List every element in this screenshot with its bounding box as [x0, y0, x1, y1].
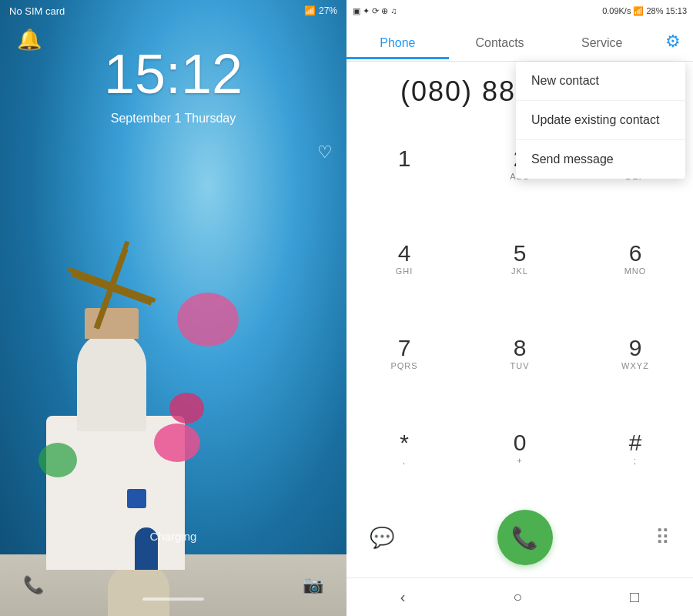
- flower-bush-3: [38, 443, 77, 477]
- android-nav-bar: ‹ ○ □: [346, 578, 693, 616]
- key-6[interactable]: 6 MNO: [578, 212, 693, 306]
- nav-home-button[interactable]: ○: [513, 588, 522, 606]
- wifi-icon: 📶: [304, 5, 316, 16]
- building-tower: [77, 331, 146, 431]
- new-contact-option[interactable]: New contact: [516, 62, 685, 101]
- nav-back-button[interactable]: ‹: [400, 588, 406, 606]
- update-contact-option[interactable]: Update existing contact: [516, 101, 685, 140]
- key-0[interactable]: 0 +: [462, 401, 578, 496]
- tab-bar: Phone Contacts Service ⚙: [346, 22, 693, 62]
- nav-recent-button[interactable]: □: [630, 588, 639, 606]
- key-8[interactable]: 8 TUV: [462, 306, 578, 401]
- key-4[interactable]: 4 GHI: [346, 212, 462, 306]
- flower-bush-2: [169, 393, 204, 424]
- blue-window: [127, 489, 146, 508]
- lock-screen: No SIM card 📶 27% 🔔 15:12 September 1 Th…: [0, 0, 346, 616]
- lock-phone-button[interactable]: 📞: [23, 575, 44, 595]
- lock-time: 15:12: [0, 42, 346, 105]
- key-star[interactable]: * ,: [346, 401, 462, 496]
- key-5[interactable]: 5 JKL: [462, 212, 578, 306]
- data-speed: 0.09K/s: [602, 6, 631, 15]
- call-button[interactable]: 📞: [497, 510, 553, 565]
- wifi-signal-icon: 📶: [633, 6, 644, 16]
- key-hash[interactable]: # ;: [578, 401, 693, 496]
- notification-icons: ▣ ✦ ⟳ ⊕ ♫: [353, 6, 397, 16]
- lock-sim-status: No SIM card: [9, 5, 65, 17]
- battery-icon: 27%: [319, 5, 337, 16]
- building-top: [85, 308, 139, 339]
- status-right-info: 0.09K/s 📶 28% 15:13: [602, 6, 687, 16]
- tab-contacts[interactable]: Contacts: [449, 24, 551, 59]
- tab-phone[interactable]: Phone: [346, 24, 449, 59]
- lock-nav-bar: 📞 📷: [0, 562, 346, 616]
- lock-indicator: [142, 598, 204, 601]
- heart-icon: ♡: [317, 142, 333, 162]
- key-7[interactable]: 7 PQRS: [346, 306, 462, 401]
- lock-status-icons: 📶 27%: [304, 5, 337, 16]
- lock-camera-button[interactable]: 📷: [303, 575, 323, 595]
- settings-button[interactable]: ⚙: [653, 32, 693, 52]
- flower-bush-1: [154, 424, 200, 462]
- phone-screen: ▣ ✦ ⟳ ⊕ ♫ 0.09K/s 📶 28% 15:13 Phone Cont…: [346, 0, 693, 616]
- phone-status-bar: ▣ ✦ ⟳ ⊕ ♫ 0.09K/s 📶 28% 15:13: [346, 0, 693, 22]
- tab-service[interactable]: Service: [551, 24, 653, 59]
- key-1[interactable]: 1: [346, 117, 462, 212]
- message-button[interactable]: 💬: [370, 526, 394, 550]
- background-scene: [0, 216, 346, 616]
- dropdown-menu: New contact Update existing contact Send…: [516, 62, 685, 179]
- lock-status-bar: No SIM card 📶 27%: [0, 0, 346, 22]
- send-message-option[interactable]: Send message: [516, 140, 685, 179]
- grid-button[interactable]: ⠿: [655, 526, 670, 550]
- charging-text: Charging: [0, 530, 346, 543]
- flower-bush-4: [177, 293, 239, 346]
- status-time: 15:13: [665, 6, 687, 15]
- battery-percent: 28%: [646, 6, 663, 15]
- bottom-action-bar: 💬 📞 ⠿: [346, 504, 693, 578]
- key-9[interactable]: 9 WXYZ: [578, 306, 693, 401]
- status-left-icons: ▣ ✦ ⟳ ⊕ ♫: [353, 6, 397, 16]
- lock-date: September 1 Thursday: [0, 112, 346, 126]
